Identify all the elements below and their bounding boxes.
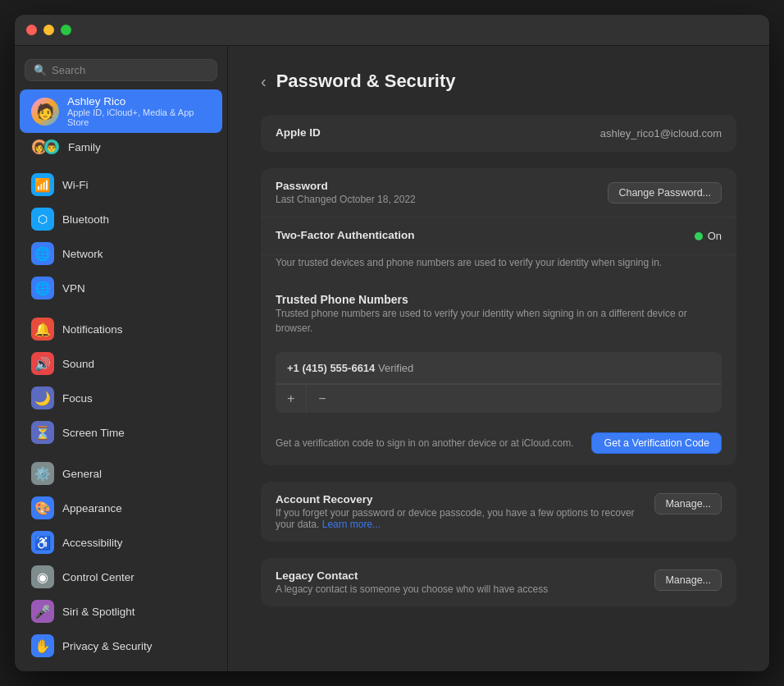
password-subtitle: Last Changed October 18, 2022: [276, 194, 608, 205]
back-button[interactable]: ‹: [261, 73, 267, 89]
family-icons: 👩 👨: [31, 139, 60, 155]
remove-phone-button[interactable]: −: [307, 385, 337, 413]
phone-actions: + −: [276, 384, 722, 413]
sidebar-label-siri: Siri & Spotlight: [62, 606, 135, 618]
legacy-contact-section: Legacy Contact A legacy contact is someo…: [261, 558, 736, 606]
legacy-contact-description: A legacy contact is someone you choose w…: [276, 583, 643, 595]
privacy-icon: ✋: [31, 634, 54, 657]
phone-verified: Verified: [378, 362, 413, 374]
vpn-icon: 🌐: [31, 277, 54, 300]
password-title: Password: [276, 180, 608, 192]
search-input[interactable]: [52, 64, 208, 76]
sidebar-label-network: Network: [62, 248, 103, 260]
sidebar-label-sound: Sound: [62, 358, 94, 370]
family-label: Family: [68, 141, 101, 153]
main-window: 🔍 🧑 Ashley Rico Apple ID, iCloud+, Media…: [15, 15, 769, 671]
profile-text: Ashley Rico Apple ID, iCloud+, Media & A…: [67, 95, 211, 127]
close-button[interactable]: [26, 25, 37, 35]
verification-text: Get a verification code to sign in on an…: [276, 436, 578, 450]
notifications-icon: 🔔: [31, 318, 54, 341]
sidebar-label-vpn: VPN: [62, 282, 85, 295]
tfa-description: Your trusted devices and phone numbers a…: [261, 255, 736, 281]
sidebar-item-privacy[interactable]: ✋ Privacy & Security: [20, 629, 222, 663]
sidebar-item-controlcenter[interactable]: ◉ Control Center: [20, 560, 222, 594]
tfa-status: On: [708, 230, 722, 242]
apple-id-row: Apple ID ashley_rico1@icloud.com: [261, 115, 736, 152]
sidebar-item-accessibility[interactable]: ♿ Accessibility: [20, 525, 222, 560]
window-content: 🔍 🧑 Ashley Rico Apple ID, iCloud+, Media…: [15, 46, 769, 671]
sidebar-item-appearance[interactable]: 🎨 Appearance: [20, 491, 222, 525]
sidebar-label-appearance: Appearance: [62, 502, 122, 514]
tfa-row: Two-Factor Authentication On: [261, 217, 736, 255]
accessibility-icon: ♿: [31, 531, 54, 554]
account-recovery-row: Account Recovery If you forget your pass…: [261, 482, 736, 542]
avatar: 🧑: [31, 98, 59, 126]
appearance-icon: 🎨: [31, 496, 54, 519]
sidebar-item-general[interactable]: ⚙️ General: [20, 456, 222, 491]
sidebar-label-accessibility: Accessibility: [62, 537, 123, 549]
sidebar-item-screentime[interactable]: ⏳ Screen Time: [20, 415, 222, 450]
legacy-contact-action: Manage...: [654, 569, 722, 591]
get-verification-code-button[interactable]: Get a Verification Code: [591, 432, 722, 454]
wifi-icon: 📶: [31, 173, 54, 196]
sidebar-label-controlcenter: Control Center: [62, 571, 134, 583]
sidebar-label-notifications: Notifications: [62, 323, 123, 336]
search-icon: 🔍: [34, 64, 47, 76]
apple-id-left: Apple ID: [276, 126, 600, 140]
maximize-button[interactable]: [61, 25, 71, 35]
sidebar-item-bluetooth[interactable]: ⬡ Bluetooth: [20, 202, 222, 236]
sidebar-label-privacy: Privacy & Security: [62, 640, 153, 652]
toggle-dot: [695, 232, 703, 240]
sidebar-item-family[interactable]: 👩 👨 Family: [20, 133, 222, 161]
sidebar-item-wifi[interactable]: 📶 Wi-Fi: [20, 167, 222, 202]
sidebar-item-vpn[interactable]: 🌐 VPN: [20, 271, 222, 305]
account-recovery-description: If you forget your password or device pa…: [276, 507, 643, 530]
legacy-contact-manage-button[interactable]: Manage...: [654, 569, 722, 591]
minimize-button[interactable]: [43, 25, 54, 35]
sidebar-item-profile[interactable]: 🧑 Ashley Rico Apple ID, iCloud+, Media &…: [20, 89, 222, 133]
apple-id-value: ashley_rico1@icloud.com: [600, 127, 722, 139]
bluetooth-icon: ⬡: [31, 208, 54, 231]
main-content-area: ‹ Password & Security Apple ID ashley_ri…: [228, 46, 769, 671]
tfa-block: Two-Factor Authentication On Your truste…: [261, 217, 736, 281]
legacy-contact-title: Legacy Contact: [276, 569, 643, 582]
legacy-contact-left: Legacy Contact A legacy contact is someo…: [276, 569, 643, 595]
siri-icon: 🎤: [31, 600, 54, 623]
account-recovery-title: Account Recovery: [276, 493, 643, 505]
apple-id-section: Apple ID ashley_rico1@icloud.com: [261, 115, 736, 152]
tfa-left: Two-Factor Authentication: [276, 229, 695, 243]
main-header: ‹ Password & Security: [261, 71, 736, 92]
add-phone-button[interactable]: +: [276, 385, 307, 413]
verification-row: Get a verification code to sign in on an…: [261, 421, 736, 465]
profile-name: Ashley Rico: [67, 95, 211, 107]
sidebar-item-network[interactable]: 🌐 Network: [20, 236, 222, 271]
focus-icon: 🌙: [31, 386, 54, 409]
sidebar-item-sound[interactable]: 🔊 Sound: [20, 346, 222, 381]
trusted-phones-block: Trusted Phone Numbers Trusted phone numb…: [261, 281, 736, 413]
account-recovery-learn-more[interactable]: Learn more...: [322, 519, 381, 530]
sidebar-label-screentime: Screen Time: [62, 427, 125, 439]
family-icon-2: 👨: [43, 139, 60, 155]
apple-id-label: Apple ID: [276, 126, 600, 139]
sidebar-label-wifi: Wi-Fi: [62, 179, 88, 191]
sidebar: 🔍 🧑 Ashley Rico Apple ID, iCloud+, Media…: [15, 46, 228, 671]
trusted-phones-description: Trusted phone numbers are used to verify…: [261, 306, 736, 344]
profile-sublabel: Apple ID, iCloud+, Media & App Store: [67, 107, 211, 127]
phone-number-text: +1 (415) 555-6614 Verified: [287, 362, 413, 374]
change-password-button[interactable]: Change Password...: [608, 182, 722, 204]
sidebar-item-notifications[interactable]: 🔔 Notifications: [20, 312, 222, 346]
general-icon: ⚙️: [31, 462, 54, 485]
page-title: Password & Security: [276, 71, 456, 92]
password-section: Password Last Changed October 18, 2022 C…: [261, 168, 736, 465]
account-recovery-manage-button[interactable]: Manage...: [654, 493, 722, 514]
sidebar-item-focus[interactable]: 🌙 Focus: [20, 381, 222, 415]
phone-numbers-box: +1 (415) 555-6614 Verified + −: [276, 352, 722, 413]
tfa-title: Two-Factor Authentication: [276, 229, 695, 241]
account-recovery-action: Manage...: [654, 493, 722, 514]
sound-icon: 🔊: [31, 352, 54, 375]
account-recovery-left: Account Recovery If you forget your pass…: [276, 493, 643, 530]
sidebar-label-bluetooth: Bluetooth: [62, 213, 109, 226]
password-left: Password Last Changed October 18, 2022: [276, 180, 608, 205]
sidebar-item-siri[interactable]: 🎤 Siri & Spotlight: [20, 594, 222, 629]
traffic-lights: [26, 25, 71, 35]
